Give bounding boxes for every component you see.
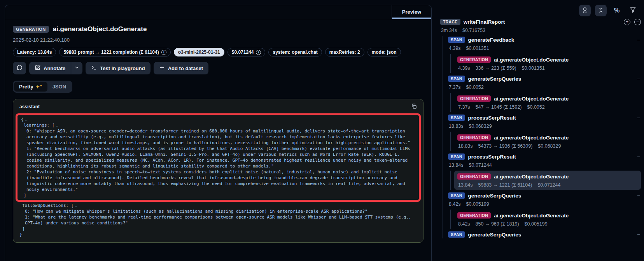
playground-label: Test in playground — [100, 65, 145, 71]
json-token: 0: "How can we mitigate Whisper's limita… — [25, 209, 368, 214]
span-cost: $0.0052 — [466, 85, 484, 90]
span-cost: $0.005199 — [466, 201, 489, 207]
generation-name: ai.generateObject.doGenerate — [494, 174, 569, 180]
collapse-node-icon[interactable]: − — [637, 153, 641, 160]
test-in-playground-button[interactable]: Test in playground — [86, 62, 150, 74]
badge-label: o3-mini-2025-01-31 — [178, 49, 220, 55]
generation-metrics: 7.37s547 → 1045 (Σ 1592)$0.0052 — [457, 104, 638, 110]
span-name: generateSerpQueries — [468, 76, 522, 82]
trace-row-icons: + − — [624, 19, 641, 25]
annotate-button[interactable]: Annotate — [29, 62, 71, 74]
generation-row[interactable]: GENERATIONai.generateObject.doGenerate — [457, 173, 638, 180]
output-view-toggle: Pretty ✦✦ JSON — [13, 81, 72, 93]
scores-award-button[interactable] — [579, 5, 591, 16]
trace-metrics: 3m 34s $0.716753 — [440, 28, 641, 33]
pretty-label: Pretty — [19, 84, 33, 90]
comments-button[interactable] — [13, 62, 26, 74]
collapse-node-icon[interactable]: − — [637, 231, 641, 238]
add-to-dataset-button[interactable]: Add to dataset — [154, 62, 208, 74]
expand-all-icon[interactable]: + — [624, 19, 630, 25]
collapse-chevron-icon[interactable]: ⌄ — [75, 203, 77, 208]
span-name: generateSerpQueries — [468, 193, 522, 199]
trace-detail-page: Preview GENERATION ai.generateObject.doG… — [0, 0, 644, 261]
span-metrics: 13.84s$0.071244 — [448, 162, 641, 168]
collapse-chevron-icon[interactable]: ⌄ — [25, 117, 27, 122]
toggle-pretty[interactable]: Pretty ✦✦ — [14, 82, 47, 92]
copy-icon — [411, 104, 417, 110]
copy-button[interactable] — [411, 103, 417, 111]
filter-button[interactable] — [627, 5, 639, 16]
generation-row[interactable]: GENERATIONai.generateObject.doGenerate — [457, 95, 638, 102]
span-children: GENERATIONai.generateObject.doGenerate7.… — [450, 93, 641, 112]
metrics-percent-button[interactable]: % — [611, 5, 623, 16]
generation-node[interactable]: GENERATIONai.generateObject.doGenerate8.… — [454, 210, 641, 229]
metadata-badge: $0.071244i — [228, 48, 266, 56]
span-cost: $0.068329 — [469, 123, 492, 129]
span-name: generateFeedback — [468, 37, 514, 43]
json-token: 1: "Recent benchmarks on adversarial aud… — [26, 146, 413, 169]
generation-tokens: 850 → 969 (Σ 1819) — [476, 221, 519, 227]
collapse-node-icon[interactable]: − — [637, 192, 641, 199]
observation-panel: Preview GENERATION ai.generateObject.doG… — [5, 5, 432, 261]
generation-node[interactable]: GENERATIONai.generateObject.doGenerate7.… — [454, 93, 641, 112]
span-row[interactable]: SPANgenerateSerpQueries− — [448, 75, 641, 83]
span-row[interactable]: SPANprocessSerpResult− — [448, 153, 641, 160]
metadata-badge: 59883 prompt → 1221 completion (Σ 61104)… — [59, 48, 170, 56]
badge-label: maxRetries: 2 — [329, 49, 360, 55]
badge-label: system: openai.chat — [273, 49, 317, 55]
trace-cost: $0.716753 — [462, 28, 485, 33]
span-row[interactable]: SPANprocessSerpResult− — [448, 114, 641, 122]
info-icon[interactable]: i — [161, 50, 166, 55]
trace-root-row[interactable]: TRACE writeFinalReport + − — [440, 18, 641, 26]
collapse-node-icon[interactable]: − — [637, 37, 641, 43]
span-children: GENERATIONai.generateObject.doGenerate18… — [450, 132, 641, 151]
collapse-panel-button[interactable] — [595, 5, 607, 16]
generation-tokens: 59883 → 1221 (Σ 61104) — [478, 182, 532, 188]
generation-duration: 8.42s — [458, 221, 470, 227]
generation-row[interactable]: GENERATIONai.generateObject.doGenerate — [457, 212, 638, 219]
generation-name: ai.generateObject.doGenerate — [494, 135, 569, 141]
span-row[interactable]: SPANgenerateFeedback− — [448, 36, 641, 44]
collapse-chevron-icon[interactable]: ⌄ — [56, 123, 58, 127]
trace-name: writeFinalReport — [464, 19, 505, 25]
json-token: learnings: [ — [24, 123, 54, 128]
generation-node[interactable]: GENERATIONai.generateObject.doGenerate13… — [454, 171, 641, 190]
json-token: followUpQuestions: [ — [22, 203, 74, 208]
span-node: SPANgenerateSerpQueries−8.42s$0.005199GE… — [448, 192, 641, 229]
tab-preview[interactable]: Preview — [392, 5, 431, 19]
generation-badge: GENERATION — [457, 56, 491, 63]
span-name: processSerpResult — [468, 115, 516, 121]
generation-badge: GENERATION — [457, 173, 491, 180]
annotate-dropdown-button[interactable] — [71, 62, 82, 74]
generation-row[interactable]: GENERATIONai.generateObject.doGenerate — [457, 134, 638, 141]
collapse-node-icon[interactable]: − — [637, 115, 641, 121]
span-node: SPANprocessSerpResult−18.83s$0.068329GEN… — [448, 114, 641, 151]
span-children: GENERATIONai.generateObject.doGenerate13… — [450, 171, 641, 190]
metadata-badge-row: Latency: 13.84s59883 prompt → 1221 compl… — [13, 48, 424, 56]
generation-badge: GENERATION — [457, 95, 491, 102]
json-structure-line: {⌄ — [21, 116, 415, 122]
toggle-json[interactable]: JSON — [47, 82, 71, 92]
span-node: SPANgenerateSerpQueries−7.37s$0.0052GENE… — [448, 75, 641, 112]
award-icon — [582, 7, 588, 14]
highlight-box: {⌄learnings: [⌄0: "Whisper ASR, an open-… — [16, 113, 421, 202]
span-duration: 8.42s — [449, 201, 461, 207]
generation-node[interactable]: GENERATIONai.generateObject.doGenerate18… — [454, 132, 641, 151]
span-metrics: 8.42s$0.005199 — [448, 201, 641, 207]
badge-label: mode: json — [372, 49, 397, 55]
dataset-label: Add to dataset — [168, 65, 203, 71]
collapse-all-icon[interactable]: − — [634, 19, 641, 25]
json-token: 0: "Whisper ASR, an open-source encoder–… — [26, 129, 410, 145]
info-icon[interactable]: i — [256, 50, 261, 55]
generation-cost: $0.068329 — [538, 143, 561, 149]
assistant-output-card: assistant {⌄learnings: [⌄0: "Whisper ASR… — [13, 99, 424, 243]
generation-row[interactable]: GENERATIONai.generateObject.doGenerate — [457, 56, 638, 63]
panel-body: GENERATION ai.generateObject.doGenerate … — [5, 19, 431, 243]
generation-metrics: 8.42s850 → 969 (Σ 1819)$0.005199 — [457, 221, 638, 227]
percent-icon: % — [614, 7, 620, 14]
span-node: SPANprocessSerpResult−13.84s$0.071244GEN… — [448, 153, 641, 190]
generation-node[interactable]: GENERATIONai.generateObject.doGenerate4.… — [454, 54, 641, 73]
collapse-node-icon[interactable]: − — [637, 76, 641, 82]
span-row[interactable]: SPANgenerateSerpQueries− — [448, 231, 641, 238]
span-row[interactable]: SPANgenerateSerpQueries− — [448, 192, 641, 199]
